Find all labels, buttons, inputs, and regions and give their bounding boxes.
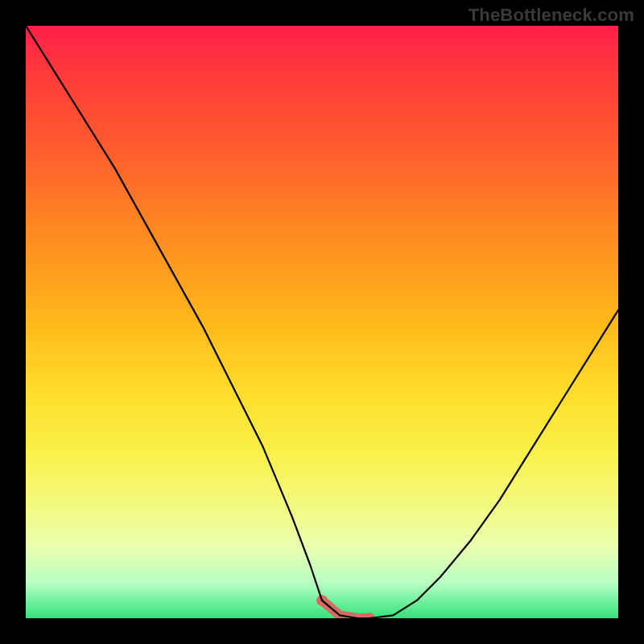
bottleneck-curve xyxy=(26,26,618,618)
chart-frame: TheBottleneck.com xyxy=(0,0,644,644)
attribution-text: TheBottleneck.com xyxy=(469,5,634,26)
plot-area xyxy=(26,26,618,618)
curve-svg xyxy=(26,26,618,618)
